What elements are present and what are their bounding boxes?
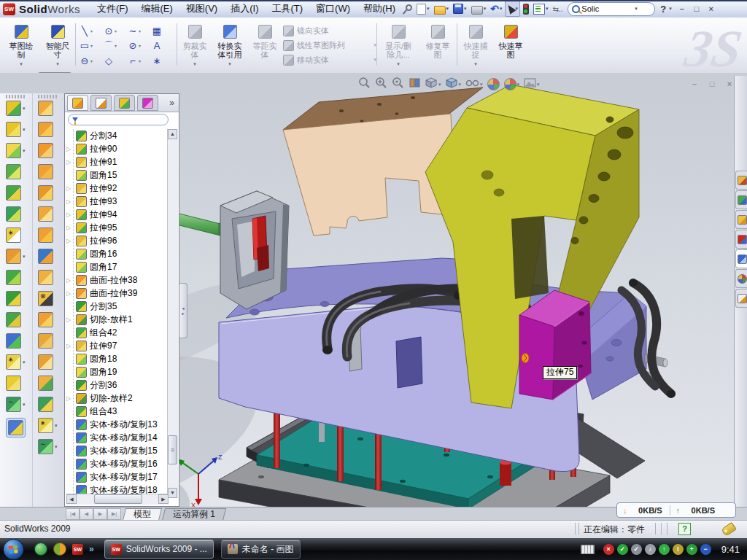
print-document-icon[interactable]: ▾ (470, 1, 488, 16)
tree-item[interactable]: 实体-移动/复制16 (66, 457, 169, 470)
polygon-icon[interactable]: ◇ (103, 53, 127, 69)
tree-item[interactable]: 实体-移动/复制17 (66, 470, 169, 483)
menu-窗口(W)[interactable]: 窗口(W) (309, 0, 357, 18)
save-document-icon[interactable]: ▾ (452, 1, 468, 16)
ruled-surface-icon[interactable] (38, 397, 53, 412)
view-orientation-icon[interactable]: ▾ (425, 77, 441, 92)
model-tab-模型[interactable]: 模型 (123, 508, 162, 521)
tree-item[interactable]: 分割35 (66, 300, 169, 313)
line-icon[interactable]: ╲▾ (79, 23, 103, 39)
new-document-icon[interactable]: ▾ (415, 1, 431, 16)
tree-horizontal-scrollbar[interactable]: ◀ ▶ (66, 494, 169, 505)
game-center-icon[interactable] (53, 542, 66, 556)
quicklaunch-overflow-icon[interactable]: » (89, 544, 94, 554)
curves-icon[interactable]: ∼▾ (6, 397, 26, 412)
expand-arrow-icon[interactable]: ▷ (66, 211, 74, 218)
reference-geometry-icon[interactable]: ∗▾ (6, 354, 26, 370)
tree-item[interactable]: 实体-移动/复制15 (66, 444, 169, 457)
offset-surface-icon[interactable] (38, 206, 53, 222)
toolbar-grip[interactable] (6, 95, 25, 98)
edit-appearance-icon[interactable] (487, 78, 500, 90)
circle-icon[interactable]: ⊙▾ (103, 23, 127, 39)
trim-surface-icon[interactable] (38, 354, 53, 370)
taskbar-window-SolidWorks 2009 - ...[interactable]: SWSolidWorks 2009 - ... (104, 540, 214, 559)
doc-minimize-button[interactable]: – (686, 78, 703, 90)
design-library-tab[interactable] (735, 190, 747, 209)
swept-boss-icon[interactable] (6, 206, 21, 222)
open-document-icon[interactable]: ▾ (433, 1, 451, 16)
search-input[interactable] (580, 4, 634, 14)
tree-item[interactable]: ▷拉伸92 (66, 182, 169, 195)
search-box[interactable]: ▾ (568, 2, 655, 16)
extend-surface-icon[interactable] (38, 333, 53, 349)
custom-properties-tab[interactable] (735, 289, 747, 308)
boundary-surface-icon[interactable] (38, 185, 53, 201)
zoom-to-fit-icon[interactable] (358, 77, 371, 92)
interference-lights-icon[interactable] (522, 1, 530, 16)
tree-item[interactable]: ▷拉伸95 (66, 221, 169, 234)
fillet-icon[interactable]: ▾ (6, 143, 26, 158)
tree-item[interactable]: ▷切除-放样1 (66, 313, 169, 326)
lofted-surface-icon[interactable] (38, 164, 53, 179)
tree-vertical-scrollbar[interactable]: ▲ ▼ (167, 129, 178, 498)
taskbar-clock[interactable]: 9:41 (721, 544, 740, 555)
manager-tabs-overflow[interactable]: » (169, 98, 174, 108)
spline-icon[interactable]: ∼▾ (127, 23, 151, 39)
chamfer-icon[interactable] (6, 164, 21, 179)
design-checker-icon[interactable]: ▾ (532, 1, 550, 16)
toolbar-grip[interactable] (38, 95, 57, 98)
status-help-button[interactable]: ? (678, 523, 691, 535)
antivirus-shield-icon[interactable]: ✓ (617, 544, 628, 555)
panel-collapse-handle[interactable]: ◂▸ (179, 283, 187, 338)
centerpoint-arc-icon[interactable]: ⌒▾ (103, 39, 127, 54)
tree-item[interactable]: 圆角19 (66, 365, 169, 378)
instant3d-toggle[interactable] (6, 418, 26, 438)
sketch-fillet-icon[interactable]: ⌐▾ (127, 53, 151, 69)
expand-arrow-icon[interactable]: ▷ (66, 185, 74, 192)
tree-item[interactable]: 组合42 (66, 326, 169, 339)
featuremanager-tree-tab[interactable] (67, 95, 88, 111)
reference-plane-icon[interactable] (6, 376, 21, 391)
zoom-to-area-icon[interactable] (375, 77, 387, 92)
extruded-boss-base-icon[interactable]: ▾ (6, 101, 26, 116)
doc-restore-button[interactable]: □ (703, 78, 721, 90)
thicken-icon[interactable] (38, 270, 53, 285)
locating-pin-red[interactable] (500, 460, 511, 486)
expand-arrow-icon[interactable]: ▷ (66, 277, 74, 284)
planar-surface-icon[interactable] (38, 228, 53, 243)
tree-item[interactable]: 圆角15 (66, 168, 169, 182)
expand-arrow-icon[interactable]: ▷ (66, 343, 74, 349)
start-button[interactable] (3, 539, 24, 560)
tree-item[interactable]: ▷拉伸93 (66, 195, 169, 208)
status-tag-icon[interactable] (721, 522, 737, 537)
trim-marquee-icon[interactable]: ▦ (151, 23, 175, 39)
model-nav-button[interactable]: ◀ (80, 508, 93, 520)
expand-arrow-icon[interactable]: ▷ (66, 159, 74, 166)
hide-show-items-icon[interactable]: ▾ (465, 77, 483, 92)
volume-icon[interactable]: ♪ (645, 544, 656, 555)
knit-surface-icon[interactable] (38, 249, 53, 264)
extruded-surface-icon[interactable] (38, 143, 53, 158)
model-nav-button[interactable]: |◀ (66, 508, 80, 520)
filled-surface-icon[interactable] (38, 376, 53, 391)
point-icon[interactable]: ∗ (151, 53, 175, 69)
restore-button[interactable]: □ (689, 3, 704, 15)
appearances-scenes-tab[interactable] (735, 269, 747, 288)
power-eco-icon[interactable]: ↑ (659, 544, 670, 555)
revolved-surface-icon[interactable] (38, 122, 53, 137)
expand-arrow-icon[interactable]: ▷ (66, 395, 74, 402)
system-update-icon[interactable]: ✓ (631, 544, 642, 555)
expand-arrow-icon[interactable]: ▷ (66, 316, 74, 323)
expand-arrow-icon[interactable]: ▷ (66, 225, 74, 231)
apply-scene-icon[interactable]: ▾ (504, 78, 520, 90)
network-warning-icon[interactable]: ! (673, 544, 684, 555)
messenger-icon[interactable] (34, 542, 47, 556)
linear-pattern-icon[interactable]: ▾ (6, 249, 26, 264)
tree-item[interactable]: 圆角18 (66, 352, 169, 365)
tree-filter-input[interactable] (68, 114, 169, 125)
expand-arrow-icon[interactable]: ▷ (66, 238, 74, 244)
extruded-cut-icon[interactable]: ▾ (6, 122, 26, 137)
display-style-icon[interactable]: ▾ (446, 77, 462, 92)
expand-arrow-icon[interactable]: ▷ (66, 290, 74, 297)
rapid-sketch-button[interactable]: 快速草 图 (495, 20, 527, 70)
